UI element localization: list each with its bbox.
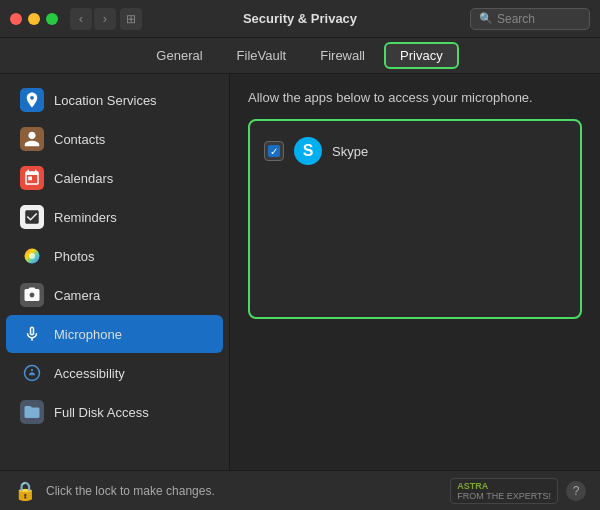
sidebar-item-full-disk-access[interactable]: Full Disk Access (6, 393, 223, 431)
tabs-row: General FileVault Firewall Privacy (0, 38, 600, 74)
checkmark-icon: ✓ (270, 146, 278, 157)
sidebar-item-location-services[interactable]: Location Services (6, 81, 223, 119)
sidebar-item-label-calendars: Calendars (54, 171, 113, 186)
search-placeholder: Search (497, 12, 535, 26)
sidebar-item-accessibility[interactable]: Accessibility (6, 354, 223, 392)
sidebar-item-label-photos: Photos (54, 249, 94, 264)
right-panel: Allow the apps below to access your micr… (230, 74, 600, 470)
sidebar: Location Services Contacts Calendars Rem… (0, 74, 230, 470)
window-title: Security & Privacy (243, 11, 357, 26)
close-button[interactable] (10, 13, 22, 25)
apps-list-container: ✓ S Skype (248, 119, 582, 319)
sidebar-item-contacts[interactable]: Contacts (6, 120, 223, 158)
location-icon (20, 88, 44, 112)
lock-text: Click the lock to make changes. (46, 484, 215, 498)
tab-filevault[interactable]: FileVault (222, 43, 302, 68)
sidebar-item-reminders[interactable]: Reminders (6, 198, 223, 236)
tab-privacy[interactable]: Privacy (384, 42, 459, 69)
maximize-button[interactable] (46, 13, 58, 25)
help-button[interactable]: ? (566, 481, 586, 501)
camera-icon (20, 283, 44, 307)
sidebar-item-label-accessibility: Accessibility (54, 366, 125, 381)
sidebar-item-photos[interactable]: Photos (6, 237, 223, 275)
skype-checkbox[interactable]: ✓ (264, 141, 284, 161)
sidebar-item-label-location: Location Services (54, 93, 157, 108)
bottom-right: ASTRA FROM THE EXPERTS! ? (450, 478, 586, 504)
lock-icon[interactable]: 🔒 (14, 480, 36, 502)
contacts-icon (20, 127, 44, 151)
grid-button[interactable]: ⊞ (120, 8, 142, 30)
sidebar-item-label-camera: Camera (54, 288, 100, 303)
sidebar-item-label-reminders: Reminders (54, 210, 117, 225)
photos-icon (20, 244, 44, 268)
svg-point-1 (29, 253, 35, 259)
full-disk-access-icon (20, 400, 44, 424)
main-content: Location Services Contacts Calendars Rem… (0, 74, 600, 470)
microphone-icon (20, 322, 44, 346)
sidebar-item-microphone[interactable]: Microphone (6, 315, 223, 353)
reminders-icon (20, 205, 44, 229)
sidebar-item-label-full-disk: Full Disk Access (54, 405, 149, 420)
app-row-skype[interactable]: ✓ S Skype (258, 129, 572, 173)
tab-general[interactable]: General (141, 43, 217, 68)
sidebar-item-label-microphone: Microphone (54, 327, 122, 342)
right-panel-title: Allow the apps below to access your micr… (248, 90, 582, 105)
accessibility-icon (20, 361, 44, 385)
bottom-bar: 🔒 Click the lock to make changes. ASTRA … (0, 470, 600, 510)
search-icon: 🔍 (479, 12, 493, 25)
back-button[interactable]: ‹ (70, 8, 92, 30)
forward-button[interactable]: › (94, 8, 116, 30)
sidebar-item-camera[interactable]: Camera (6, 276, 223, 314)
search-box[interactable]: 🔍 Search (470, 8, 590, 30)
sidebar-item-label-contacts: Contacts (54, 132, 105, 147)
minimize-button[interactable] (28, 13, 40, 25)
astra-subtext: FROM THE EXPERTS! (457, 491, 551, 501)
skype-app-name: Skype (332, 144, 368, 159)
title-bar: ‹ › ⊞ Security & Privacy 🔍 Search (0, 0, 600, 38)
nav-buttons: ‹ › (70, 8, 116, 30)
sidebar-item-calendars[interactable]: Calendars (6, 159, 223, 197)
astra-text: ASTRA (457, 481, 488, 491)
astra-badge: ASTRA FROM THE EXPERTS! (450, 478, 558, 504)
skype-icon: S (294, 137, 322, 165)
traffic-lights (10, 13, 58, 25)
tab-firewall[interactable]: Firewall (305, 43, 380, 68)
calendars-icon (20, 166, 44, 190)
